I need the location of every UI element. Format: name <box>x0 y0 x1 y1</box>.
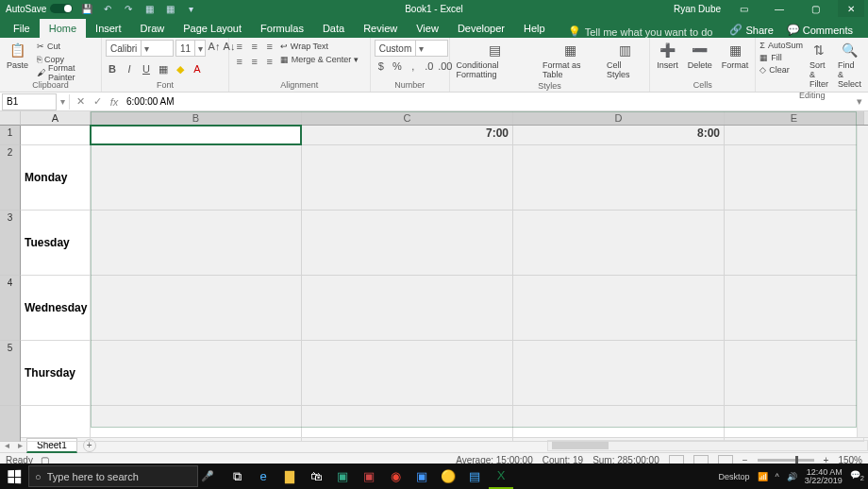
app-icon[interactable]: ▣ <box>330 464 355 489</box>
app-icon[interactable]: ▣ <box>409 464 434 489</box>
undo-icon[interactable]: ↶ <box>101 2 114 15</box>
excel-taskbar-icon[interactable]: X <box>489 464 513 489</box>
vertical-scrollbar[interactable] <box>857 126 868 437</box>
currency-icon[interactable]: $ <box>375 59 388 73</box>
edge-icon[interactable]: e <box>251 464 275 489</box>
user-name[interactable]: Ryan Dube <box>674 4 721 14</box>
taskbar-search[interactable]: ○ Type here to search <box>28 465 198 487</box>
sort-filter-button[interactable]: ⇅Sort & Filter <box>807 40 831 91</box>
italic-button[interactable]: I <box>123 62 136 76</box>
ribbon-display-icon[interactable]: ▭ <box>730 0 757 17</box>
qat-icon[interactable]: ▦ <box>142 2 156 15</box>
cell[interactable]: 6:00 <box>91 126 302 145</box>
cell[interactable] <box>513 211 725 276</box>
redo-icon[interactable]: ↷ <box>122 2 135 15</box>
font-name-dropdown[interactable]: Calibri▾ <box>106 40 174 57</box>
percent-icon[interactable]: % <box>391 59 404 73</box>
cell[interactable] <box>91 406 302 442</box>
column-header[interactable]: D <box>513 111 725 125</box>
font-size-dropdown[interactable]: 11▾ <box>175 40 206 57</box>
namebox-caret-icon[interactable]: ▾ <box>58 96 67 107</box>
cell[interactable] <box>91 211 302 276</box>
cell[interactable] <box>725 145 864 211</box>
maximize-icon[interactable]: ▢ <box>802 0 828 17</box>
align-center-icon[interactable]: ≡ <box>248 55 261 68</box>
tab-file[interactable]: File <box>4 19 40 38</box>
cell[interactable] <box>513 406 725 442</box>
row-header[interactable]: 4 <box>0 276 21 341</box>
underline-button[interactable]: U <box>140 62 153 76</box>
merge-center-button[interactable]: ▦Merge & Center▾ <box>280 55 359 64</box>
tab-help[interactable]: Help <box>514 19 555 38</box>
paste-button[interactable]: 📋Paste <box>4 40 31 72</box>
tab-formulas[interactable]: Formulas <box>251 19 313 38</box>
select-all-corner[interactable] <box>0 111 21 126</box>
border-button[interactable]: ▦ <box>157 62 170 76</box>
cell[interactable]: Thursday <box>21 341 91 406</box>
align-top-icon[interactable]: ≡ <box>233 40 246 53</box>
inc-decimal-icon[interactable]: .0 <box>423 59 436 73</box>
number-format-dropdown[interactable]: Custom▾ <box>375 40 448 57</box>
tab-review[interactable]: Review <box>354 19 407 38</box>
mic-icon[interactable]: 🎤 <box>198 470 217 482</box>
worksheet-grid[interactable]: ABCDE 16:007:008:002Monday3Tuesday4Wedne… <box>0 111 868 437</box>
align-right-icon[interactable]: ≡ <box>263 55 276 68</box>
format-as-table-button[interactable]: ▦Format as Table <box>540 40 600 81</box>
fx-icon[interactable]: fx <box>106 93 123 110</box>
cell[interactable] <box>513 276 725 341</box>
action-center-icon[interactable]: 💬2 <box>850 470 864 482</box>
tab-insert[interactable]: Insert <box>86 19 131 38</box>
column-header[interactable]: B <box>91 111 302 125</box>
comments-button[interactable]: 💬Comments <box>781 22 859 38</box>
cell[interactable] <box>725 211 864 276</box>
cell[interactable]: 7:00 <box>302 126 513 145</box>
app-icon[interactable]: ▤ <box>462 464 487 489</box>
format-painter-button[interactable]: 🖌Format Painter <box>35 66 97 78</box>
cell[interactable]: 8:00 <box>513 126 725 145</box>
column-header[interactable]: C <box>302 111 513 125</box>
bold-button[interactable]: B <box>106 62 119 76</box>
cell[interactable] <box>725 341 864 406</box>
row-header[interactable]: 2 <box>0 145 21 211</box>
conditional-formatting-button[interactable]: ▤Conditional Formatting <box>454 40 537 81</box>
qat-icon[interactable]: ▦ <box>163 2 176 15</box>
formula-input[interactable]: 6:00:00 AM <box>123 96 851 107</box>
row-header[interactable]: 5 <box>0 341 21 406</box>
find-select-button[interactable]: 🔍Find & Select <box>835 40 864 91</box>
cell[interactable] <box>302 341 513 406</box>
fill-color-button[interactable]: ◆ <box>174 62 187 76</box>
format-cells-button[interactable]: ▦Format <box>719 40 752 72</box>
cell[interactable] <box>91 341 302 406</box>
name-box[interactable]: B1 <box>2 93 57 110</box>
enter-formula-icon[interactable]: ✓ <box>89 93 106 110</box>
cell[interactable] <box>302 211 513 276</box>
align-mid-icon[interactable]: ≡ <box>248 40 261 53</box>
app-icon[interactable]: ▣ <box>357 464 381 489</box>
qat-customize-icon[interactable]: ▾ <box>184 2 197 15</box>
cell[interactable] <box>21 406 91 442</box>
cell[interactable] <box>302 406 513 442</box>
fill-button[interactable]: ▦Fill <box>760 52 803 63</box>
autosum-button[interactable]: ΣAutoSum <box>760 40 803 51</box>
cell[interactable] <box>91 145 302 211</box>
column-header[interactable]: E <box>725 111 864 125</box>
row-header[interactable] <box>0 406 21 442</box>
cell[interactable] <box>302 276 513 341</box>
vivaldi-icon[interactable]: ◉ <box>383 464 408 489</box>
tab-developer[interactable]: Developer <box>448 19 514 38</box>
font-color-button[interactable]: A <box>191 62 204 76</box>
cell[interactable] <box>513 145 725 211</box>
autosave-toggle[interactable]: AutoSave <box>6 4 73 14</box>
cell[interactable] <box>725 406 864 442</box>
cell[interactable] <box>91 276 302 341</box>
wrap-text-button[interactable]: ↩Wrap Text <box>280 42 359 51</box>
tell-me-search[interactable]: 💡 Tell me what you want to do <box>568 25 713 38</box>
column-header[interactable]: A <box>21 111 91 125</box>
chrome-icon[interactable]: 🟡 <box>436 464 460 489</box>
file-explorer-icon[interactable]: ▇ <box>277 464 302 489</box>
row-header[interactable]: 1 <box>0 126 21 145</box>
tray-chevron-icon[interactable]: ^ <box>776 472 779 481</box>
start-button[interactable] <box>0 464 28 489</box>
taskbar-clock[interactable]: 12:40 AM 3/22/2019 <box>805 468 843 485</box>
tab-view[interactable]: View <box>407 19 448 38</box>
